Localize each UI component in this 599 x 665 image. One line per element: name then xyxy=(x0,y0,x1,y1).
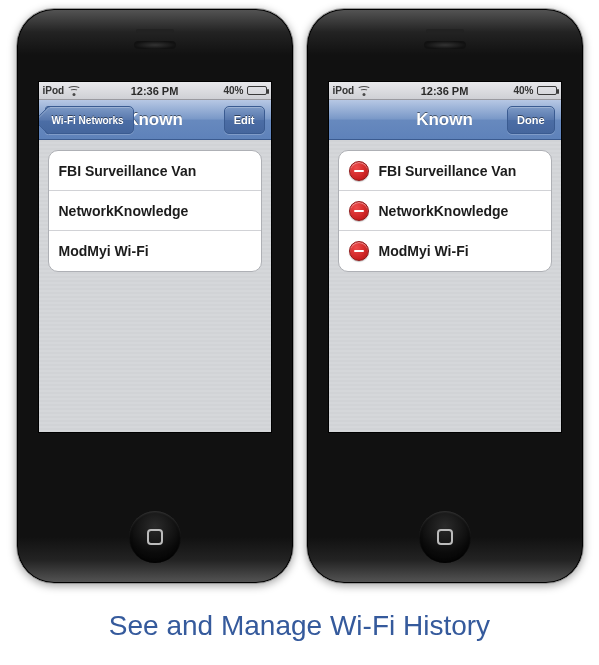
battery-icon xyxy=(537,86,557,95)
home-button[interactable] xyxy=(419,511,471,563)
network-name: FBI Surveillance Van xyxy=(379,163,517,179)
list-item[interactable]: FBI Surveillance Van xyxy=(49,151,261,191)
nav-bar: Known Done xyxy=(329,100,561,140)
status-bar: iPod 12:36 PM 40% xyxy=(329,82,561,100)
list-item[interactable]: ModMyi Wi-Fi xyxy=(339,231,551,271)
status-bar: iPod 12:36 PM 40% xyxy=(39,82,271,100)
network-name: FBI Surveillance Van xyxy=(59,163,197,179)
battery-icon xyxy=(247,86,267,95)
delete-icon[interactable] xyxy=(349,201,369,221)
delete-icon[interactable] xyxy=(349,161,369,181)
network-name: NetworkKnowledge xyxy=(59,203,189,219)
caption: See and Manage Wi-Fi History xyxy=(109,610,490,642)
screen: iPod 12:36 PM 40% Known Done xyxy=(328,81,562,433)
status-time: 12:36 PM xyxy=(329,85,561,97)
done-button-label: Done xyxy=(517,114,545,126)
content-area: FBI Surveillance Van NetworkKnowledge Mo… xyxy=(39,140,271,432)
network-name: NetworkKnowledge xyxy=(379,203,509,219)
list-item[interactable]: NetworkKnowledge xyxy=(49,191,261,231)
network-name: ModMyi Wi-Fi xyxy=(59,243,149,259)
list-item[interactable]: FBI Surveillance Van xyxy=(339,151,551,191)
content-area: FBI Surveillance Van NetworkKnowledge Mo… xyxy=(329,140,561,432)
delete-icon[interactable] xyxy=(349,241,369,261)
networks-list: FBI Surveillance Van NetworkKnowledge Mo… xyxy=(338,150,552,272)
back-button-label: Wi-Fi Networks xyxy=(52,115,124,126)
page-title: Known xyxy=(126,110,183,130)
nav-bar: Wi-Fi Networks Known Edit xyxy=(39,100,271,140)
edit-button-label: Edit xyxy=(234,114,255,126)
done-button[interactable]: Done xyxy=(507,106,555,134)
list-item[interactable]: ModMyi Wi-Fi xyxy=(49,231,261,271)
edit-button[interactable]: Edit xyxy=(224,106,265,134)
list-item[interactable]: NetworkKnowledge xyxy=(339,191,551,231)
ipod-device-left: iPod 12:36 PM 40% Wi-Fi Networks Known E… xyxy=(16,8,294,584)
home-icon xyxy=(147,529,163,545)
networks-list: FBI Surveillance Van NetworkKnowledge Mo… xyxy=(48,150,262,272)
home-icon xyxy=(437,529,453,545)
status-time: 12:36 PM xyxy=(39,85,271,97)
back-button[interactable]: Wi-Fi Networks xyxy=(45,106,134,134)
network-name: ModMyi Wi-Fi xyxy=(379,243,469,259)
home-button[interactable] xyxy=(129,511,181,563)
page-title: Known xyxy=(416,110,473,130)
screen: iPod 12:36 PM 40% Wi-Fi Networks Known E… xyxy=(38,81,272,433)
ipod-device-right: iPod 12:36 PM 40% Known Done xyxy=(306,8,584,584)
